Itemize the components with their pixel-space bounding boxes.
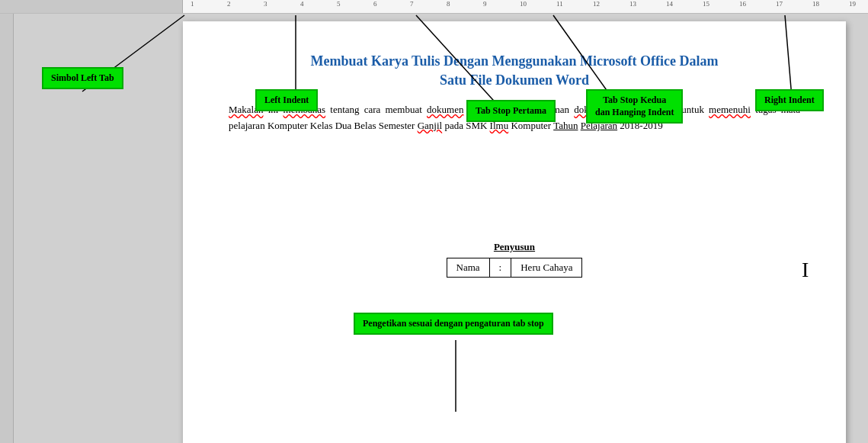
ruler-vertical [0,14,14,443]
right-indent-label: Right Indent [755,89,824,111]
penyusun-section: Penyusun Nama : Heru Cahaya [229,241,800,278]
text-cursor: I [802,258,809,282]
nama-label: Nama [447,258,489,277]
document-title: Membuat Karya Tulis Dengan Menggunakan M… [229,52,800,90]
document-page: Membuat Karya Tulis Dengan Menggunakan M… [183,21,846,443]
page-container: Membuat Karya Tulis Dengan Menggunakan M… [14,14,868,443]
simbol-left-tab-label: Simbol Left Tab [42,67,123,89]
tab-stop-pertama-label: Tab Stop Pertama [466,100,556,122]
colon: : [489,258,511,277]
ruler-horizontal: 12345678910111213141516171819 [0,0,868,14]
left-indent-label: Left Indent [255,89,318,111]
info-table: Nama : Heru Cahaya [447,258,583,278]
nama-value: Heru Cahaya [511,258,582,277]
pengetikan-label: Pengetikan sesuai dengan pengaturan tab … [354,313,553,335]
tab-stop-kedua-label: Tab Stop Kedua dan Hanging Indent [586,89,683,124]
table-row: Nama : Heru Cahaya [447,258,582,277]
title-line1: Membuat Karya Tulis Dengan Menggunakan M… [229,52,800,71]
title-line2: Satu File Dokumen Word [229,71,800,90]
penyusun-label: Penyusun [229,241,800,253]
